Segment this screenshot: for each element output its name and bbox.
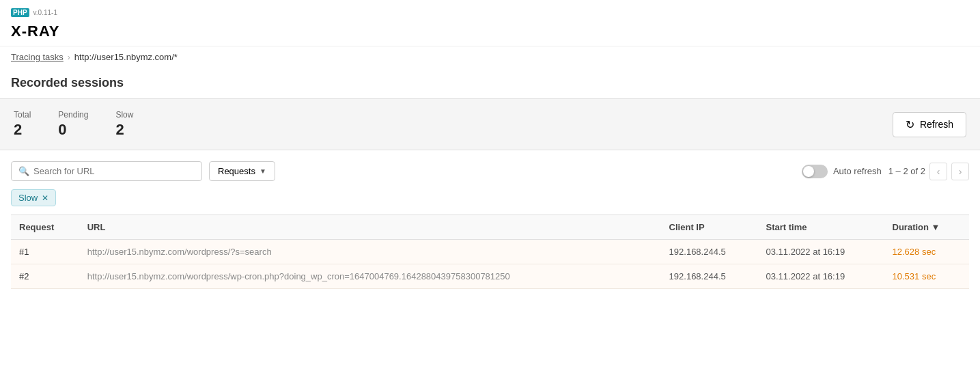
requests-dropdown-button[interactable]: Requests ▼ [209,161,275,181]
cell-request-0: #1 [11,240,79,264]
search-input[interactable] [33,166,195,176]
toolbar: 🔍 Requests ▼ Auto refresh 1 – 2 of 2 ‹ › [0,161,980,189]
stat-total-label: Total [14,110,31,120]
col-request: Request [11,215,79,240]
auto-refresh-label: Auto refresh [833,166,882,176]
logo-area: PHP v.0.11-1 [11,8,969,17]
table-row: #1 http://user15.nbymz.com/wordpress/?s=… [11,240,969,264]
dropdown-arrow-icon: ▼ [260,167,266,175]
pagination-prev-button[interactable]: ‹ [929,163,947,180]
pagination: 1 – 2 of 2 ‹ › [888,163,969,180]
stat-pending-label: Pending [58,110,88,120]
pagination-text: 1 – 2 of 2 [888,166,925,176]
stat-slow-label: Slow [115,110,133,120]
app-title: X-RAY [11,23,969,40]
cell-start-0: 03.11.2022 at 16:19 [758,240,884,264]
cell-ip-1: 192.168.244.5 [661,264,758,289]
col-url: URL [79,215,661,240]
pagination-next-button[interactable]: › [951,163,969,180]
header: PHP v.0.11-1 X-RAY [0,0,980,46]
breadcrumb: Tracing tasks › http://user15.nbymz.com/… [0,46,980,68]
stat-slow: Slow 2 [115,110,133,139]
table-container: Request URL Client IP Start time Duratio… [0,215,980,289]
url-link-0[interactable]: http://user15.nbymz.com/wordpress/?s=sea… [87,247,272,257]
toggle-knob [803,166,814,177]
refresh-label: Refresh [920,119,953,130]
duration-sort[interactable]: Duration ▼ [893,222,961,232]
slow-filter-label: Slow [18,193,38,203]
php-badge: PHP [11,8,29,17]
breadcrumb-parent-link[interactable]: Tracing tasks [11,52,64,62]
stat-pending: Pending 0 [58,110,88,139]
page-title: Recorded sessions [0,68,980,98]
col-start-time: Start time [758,215,884,240]
col-duration[interactable]: Duration ▼ [884,215,969,240]
cell-duration-1: 10.531 sec [884,264,969,289]
table-header: Request URL Client IP Start time Duratio… [11,215,969,240]
search-icon: 🔍 [18,166,29,176]
slow-filter-remove-icon[interactable]: ✕ [42,193,48,203]
stats-bar: Total 2 Pending 0 Slow 2 ↻ Refresh [0,98,980,150]
url-link-1[interactable]: http://user15.nbymz.com/wordpress/wp-cro… [87,271,510,281]
stat-total: Total 2 [14,110,31,139]
table-row: #2 http://user15.nbymz.com/wordpress/wp-… [11,264,969,289]
cell-url-0: http://user15.nbymz.com/wordpress/?s=sea… [79,240,661,264]
slow-filter-tag[interactable]: Slow ✕ [11,189,56,206]
auto-refresh-area: Auto refresh [802,165,882,178]
stat-slow-value: 2 [115,121,133,139]
cell-ip-0: 192.168.244.5 [661,240,758,264]
stat-total-value: 2 [14,121,31,139]
sessions-table: Request URL Client IP Start time Duratio… [11,215,969,289]
stat-pending-value: 0 [58,121,88,139]
requests-label: Requests [218,166,255,176]
breadcrumb-separator: › [68,53,70,62]
cell-request-1: #2 [11,264,79,289]
cell-start-1: 03.11.2022 at 16:19 [758,264,884,289]
cell-url-1: http://user15.nbymz.com/wordpress/wp-cro… [79,264,661,289]
table-body: #1 http://user15.nbymz.com/wordpress/?s=… [11,240,969,289]
refresh-icon: ↻ [906,118,914,131]
auto-refresh-toggle[interactable] [802,165,828,178]
search-box[interactable]: 🔍 [11,161,202,181]
col-client-ip: Client IP [661,215,758,240]
version-label: v.0.11-1 [33,9,57,16]
refresh-button[interactable]: ↻ Refresh [893,112,966,137]
breadcrumb-current: http://user15.nbymz.com/* [74,52,178,62]
filter-tags: Slow ✕ [0,189,980,215]
cell-duration-0: 12.628 sec [884,240,969,264]
